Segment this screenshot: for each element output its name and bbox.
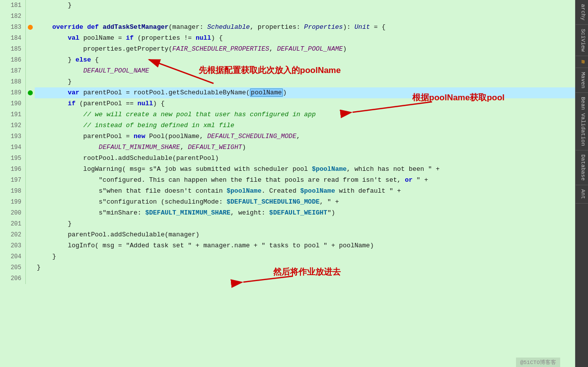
gutter	[26, 33, 35, 44]
watermark: @51CTO博客客	[516, 358, 560, 367]
line-number: 206	[0, 273, 26, 284]
code-content: rootPool.addSchedulable(parentPool)	[35, 153, 575, 164]
code-content: }	[35, 0, 575, 11]
code-content: s"configuration (schedulingMode: $DEFAUL…	[35, 197, 575, 208]
code-row: 199 s"configuration (schedulingMode: $DE…	[0, 197, 575, 208]
code-content: // we will create a new pool that user h…	[35, 109, 575, 120]
code-content: logInfo( msg = "Added task set " + manag…	[35, 240, 575, 251]
gutter	[26, 197, 35, 208]
code-row: 195 rootPool.addSchedulable(parentPool)	[0, 153, 575, 164]
code-content: properties.getProperty(FAIR_SCHEDULER_PR…	[35, 44, 575, 55]
sidebar-tab-bean[interactable]: Bean Validation	[576, 93, 588, 150]
code-editor: 181 }182183 override def addTaskSetManag…	[0, 0, 575, 367]
gutter	[26, 251, 35, 262]
gutter	[26, 87, 35, 98]
annotation-1: 先根据配置获取此次放入的poolName	[199, 65, 341, 76]
gutter	[26, 164, 35, 175]
code-content: DEFAULT_MINIMUM_SHARE, DEFAULT_WEIGHT)	[35, 142, 575, 153]
line-number: 185	[0, 44, 26, 55]
code-row: 197 "configured. This can happen when th…	[0, 175, 575, 186]
line-number: 184	[0, 33, 26, 44]
annotation-2: 根据poolName获取pool	[412, 92, 505, 103]
line-number: 196	[0, 164, 26, 175]
sidebar-tab-ant[interactable]: Ant	[576, 185, 588, 204]
line-number: 199	[0, 197, 26, 208]
code-content: logWarning( msg= s"A job was submitted w…	[35, 164, 575, 175]
gutter	[26, 208, 35, 219]
gutter	[26, 175, 35, 186]
code-row: 193 parentPool = new Pool(poolName, DEFA…	[0, 131, 575, 142]
gutter	[26, 240, 35, 251]
gutter	[26, 109, 35, 120]
line-number: 190	[0, 98, 26, 109]
gutter-dot-orange	[28, 25, 33, 30]
line-number: 202	[0, 229, 26, 240]
code-content: // instead of being defined in xml file	[35, 120, 575, 131]
code-row: 198 s"when that file doesn't contain $po…	[0, 186, 575, 197]
code-content: parentPool = new Pool(poolName, DEFAULT_…	[35, 131, 575, 142]
code-row: 201 }	[0, 219, 575, 229]
gutter	[26, 22, 35, 33]
code-row: 183 override def addTaskSetManager(manag…	[0, 22, 575, 33]
gutter	[26, 219, 35, 229]
line-number: 183	[0, 22, 26, 33]
line-number: 203	[0, 240, 26, 251]
line-number: 194	[0, 142, 26, 153]
annotation-3: 然后将作业放进去	[273, 266, 341, 278]
code-content: }	[35, 76, 575, 87]
code-content: } else {	[35, 55, 575, 66]
code-lines: 181 }182183 override def addTaskSetManag…	[0, 0, 575, 284]
code-content: s"minShare: $DEFAULT_MINIMUM_SHARE, weig…	[35, 208, 575, 219]
line-number: 205	[0, 262, 26, 273]
gutter	[26, 0, 35, 11]
line-number: 186	[0, 55, 26, 66]
line-number: 181	[0, 0, 26, 11]
sidebar-tab-sciview[interactable]: SciView	[576, 25, 588, 56]
line-number: 198	[0, 186, 26, 197]
code-content: parentPool.addSchedulable(manager)	[35, 229, 575, 240]
line-number: 193	[0, 131, 26, 142]
line-number: 197	[0, 175, 26, 186]
gutter	[26, 120, 35, 131]
gutter	[26, 44, 35, 55]
line-number: 200	[0, 208, 26, 219]
code-row: 188 }	[0, 76, 575, 87]
gutter	[26, 153, 35, 164]
code-row: 184 val poolName = if (properties != nul…	[0, 33, 575, 44]
code-content: val poolName = if (properties != null) {	[35, 33, 575, 44]
code-row: 182	[0, 11, 575, 22]
code-row: 204 }	[0, 251, 575, 262]
gutter	[26, 229, 35, 240]
sidebar-tab-maven[interactable]: Maven	[576, 68, 588, 93]
line-number: 204	[0, 251, 26, 262]
code-row: 186 } else {	[0, 55, 575, 66]
code-row: 185 properties.getProperty(FAIR_SCHEDULE…	[0, 44, 575, 55]
code-content: override def addTaskSetManager(manager: …	[35, 22, 575, 33]
sidebar-tab-archy[interactable]: archy	[576, 0, 588, 25]
line-number: 195	[0, 153, 26, 164]
gutter	[26, 186, 35, 197]
code-row: 202 parentPool.addSchedulable(manager)	[0, 229, 575, 240]
code-content: }	[35, 251, 575, 262]
gutter	[26, 55, 35, 66]
line-number: 188	[0, 76, 26, 87]
code-row: 194 DEFAULT_MINIMUM_SHARE, DEFAULT_WEIGH…	[0, 142, 575, 153]
line-number: 187	[0, 66, 26, 76]
line-number: 182	[0, 11, 26, 22]
gutter	[26, 76, 35, 87]
sidebar-tab-database[interactable]: Database	[576, 150, 588, 185]
right-sidebar: archy SciView m Maven Bean Validation Da…	[575, 0, 588, 367]
code-content: "configured. This can happen when the fi…	[35, 175, 575, 186]
gutter	[26, 66, 35, 76]
code-row: 191 // we will create a new pool that us…	[0, 109, 575, 120]
line-number: 192	[0, 120, 26, 131]
sidebar-tab-m[interactable]: m	[576, 56, 588, 68]
code-content: }	[35, 219, 575, 229]
gutter	[26, 131, 35, 142]
gutter	[26, 262, 35, 273]
line-number: 201	[0, 219, 26, 229]
code-row: 200 s"minShare: $DEFAULT_MINIMUM_SHARE, …	[0, 208, 575, 219]
gutter	[26, 142, 35, 153]
line-number: 189	[0, 87, 26, 98]
code-content	[35, 11, 575, 22]
